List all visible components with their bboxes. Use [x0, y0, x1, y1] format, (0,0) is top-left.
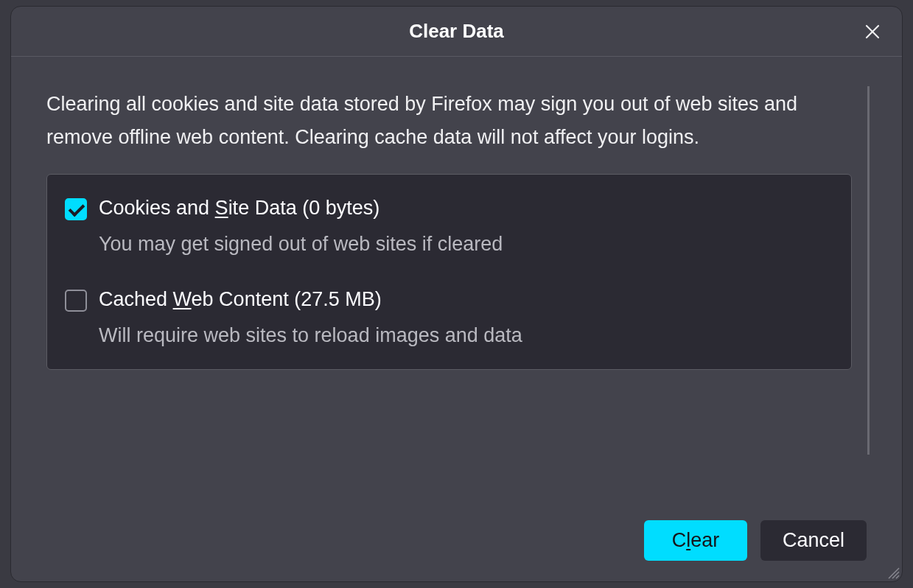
options-box: Cookies and Site Data (0 bytes) You may …	[46, 174, 852, 370]
dialog-title: Clear Data	[409, 20, 504, 43]
option-sub-cache: Will require web sites to reload images …	[99, 323, 836, 349]
checkbox-cache[interactable]	[65, 290, 87, 312]
dialog-description: Clearing all cookies and site data store…	[46, 88, 867, 153]
close-button[interactable]	[859, 18, 886, 45]
clear-button[interactable]: Clear	[644, 520, 747, 561]
dialog-body: Clearing all cookies and site data store…	[11, 57, 902, 520]
scrollbar[interactable]	[867, 86, 870, 455]
option-label-cookies[interactable]: Cookies and Site Data (0 bytes)	[99, 195, 836, 221]
svg-line-3	[892, 572, 899, 578]
resize-grip[interactable]	[884, 564, 900, 580]
option-label-cache[interactable]: Cached Web Content (27.5 MB)	[99, 287, 836, 312]
option-texts: Cookies and Site Data (0 bytes) You may …	[99, 195, 836, 257]
close-icon	[864, 23, 881, 41]
checkbox-cookies[interactable]	[65, 198, 87, 220]
cancel-button[interactable]: Cancel	[760, 520, 867, 561]
svg-line-4	[896, 575, 899, 578]
dialog-header: Clear Data	[11, 7, 902, 57]
dialog-footer: Clear Cancel	[11, 520, 902, 581]
option-texts: Cached Web Content (27.5 MB) Will requir…	[99, 287, 836, 349]
option-cookies-site-data: Cookies and Site Data (0 bytes) You may …	[62, 195, 836, 257]
option-sub-cookies: You may get signed out of web sites if c…	[99, 231, 836, 257]
option-cached-web-content: Cached Web Content (27.5 MB) Will requir…	[62, 287, 836, 349]
clear-data-dialog: Clear Data Clearing all cookies and site…	[10, 6, 903, 582]
